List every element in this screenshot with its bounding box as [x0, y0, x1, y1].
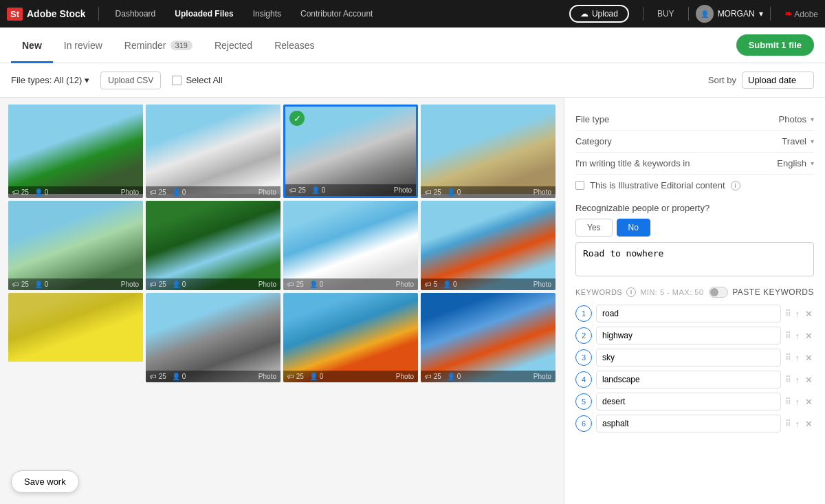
- tab-in-review[interactable]: In review: [53, 28, 113, 63]
- tag-count: 🏷 25: [289, 186, 306, 194]
- nav-divider-2: [643, 7, 644, 21]
- list-item[interactable]: 🏷 25 👤 0 Photo: [8, 105, 143, 198]
- image-thumbnail: [146, 105, 280, 194]
- title-section: Road to nowhere: [575, 242, 814, 278]
- keyword-input-2[interactable]: [596, 327, 781, 344]
- drag-handle-icon[interactable]: ⠿: [785, 309, 791, 318]
- keyword-arrow-up-icon[interactable]: ↑: [794, 307, 802, 320]
- tab-reminder[interactable]: Reminder 319: [113, 28, 204, 63]
- nav-link-contributor-account[interactable]: Contributor Account: [291, 0, 382, 28]
- file-type-badge: Photo: [534, 281, 551, 288]
- select-all-checkbox[interactable]: [172, 76, 182, 85]
- tab-new[interactable]: New: [11, 28, 53, 63]
- chevron-down-icon: ▾: [85, 75, 89, 85]
- keyword-arrow-up-icon[interactable]: ↑: [794, 373, 802, 386]
- writing-value[interactable]: English ▾: [777, 158, 814, 168]
- tag-count: 🏷 5: [425, 281, 437, 288]
- list-item[interactable]: 🏷 25 👤 0 Photo: [8, 201, 143, 290]
- keyword-row: 5 ⠿ ↑ ✕: [575, 393, 814, 410]
- save-work-button[interactable]: Save work: [11, 470, 79, 493]
- submit-button[interactable]: Submit 1 file: [736, 34, 814, 56]
- nav-link-uploaded-files[interactable]: Uploaded Files: [165, 0, 243, 28]
- yes-button[interactable]: Yes: [575, 219, 613, 237]
- keyword-close-icon[interactable]: ✕: [804, 417, 814, 430]
- nav-link-dashboard[interactable]: Dashboard: [106, 0, 166, 28]
- people-count: 👤 0: [309, 373, 323, 380]
- adobe-logo: ❧ Adobe: [784, 8, 818, 19]
- buy-link[interactable]: BUY: [650, 9, 681, 19]
- file-type-label: File types: All (12): [11, 75, 82, 85]
- main-layout: 🏷 25 👤 0 Photo 🏷 25 👤 0 Photo ✓ 🏷 25: [0, 98, 825, 504]
- list-item[interactable]: 🏷 25 👤 0 Photo: [283, 293, 418, 382]
- user-menu[interactable]: 👤 MORGAN ▾: [696, 5, 763, 23]
- list-item[interactable]: 🏷 25 👤 0 Photo: [146, 105, 280, 198]
- upload-csv-button[interactable]: Upload CSV: [100, 72, 161, 89]
- editorial-checkbox[interactable]: [575, 181, 584, 190]
- sort-select[interactable]: Upload date: [742, 72, 814, 89]
- keyword-arrow-up-icon[interactable]: ↑: [794, 329, 802, 342]
- image-grid-container: 🏷 25 👤 0 Photo 🏷 25 👤 0 Photo ✓ 🏷 25: [0, 98, 564, 504]
- list-item[interactable]: 🏷 25 👤 0 Photo: [421, 293, 556, 382]
- drag-handle-icon[interactable]: ⠿: [785, 419, 791, 428]
- nav-link-insights[interactable]: Insights: [243, 0, 291, 28]
- keyword-input-4[interactable]: [596, 371, 781, 388]
- file-type-badge: Photo: [258, 188, 276, 196]
- list-item[interactable]: 🏷 25 👤 0 Photo: [146, 293, 280, 382]
- drag-handle-icon[interactable]: ⠿: [785, 353, 791, 362]
- list-item[interactable]: 🏷 25 👤 0 Photo: [283, 201, 418, 290]
- keyword-row: 2 ⠿ ↑ ✕: [575, 327, 814, 344]
- keyword-input-3[interactable]: [596, 349, 781, 366]
- file-type-filter[interactable]: File types: All (12) ▾: [11, 75, 89, 85]
- sort-select-wrapper[interactable]: Upload date: [742, 72, 814, 89]
- drag-handle-icon[interactable]: ⠿: [785, 331, 791, 340]
- keyword-input-5[interactable]: [596, 393, 781, 410]
- no-button[interactable]: No: [617, 219, 650, 237]
- list-item[interactable]: 🏷 25 👤 0 Photo: [146, 201, 280, 290]
- drag-handle-icon[interactable]: ⠿: [785, 375, 791, 384]
- drag-handle-icon[interactable]: ⠿: [785, 397, 791, 406]
- keywords-info-icon[interactable]: i: [626, 287, 636, 297]
- keyword-close-icon[interactable]: ✕: [804, 329, 814, 342]
- info-icon[interactable]: i: [731, 181, 740, 190]
- file-type-badge: Photo: [396, 373, 414, 380]
- tab-rejected[interactable]: Rejected: [204, 28, 263, 63]
- list-item[interactable]: [8, 293, 143, 382]
- people-count: 👤 0: [172, 373, 186, 380]
- file-type-value[interactable]: Photos ▾: [779, 114, 814, 124]
- keyword-actions: ⠿ ↑ ✕: [785, 395, 815, 408]
- keyword-close-icon[interactable]: ✕: [804, 351, 814, 364]
- list-item[interactable]: 🏷 5 👤 0 Photo: [421, 201, 556, 290]
- tab-releases[interactable]: Releases: [263, 28, 325, 63]
- keyword-arrow-up-icon[interactable]: ↑: [794, 417, 802, 430]
- people-count: 👤 0: [34, 188, 48, 196]
- image-overlay: 🏷 25 👤 0 Photo: [285, 184, 416, 196]
- keyword-close-icon[interactable]: ✕: [804, 307, 814, 320]
- tag-count: 🏷 25: [425, 188, 441, 196]
- file-type-badge: Photo: [258, 281, 276, 288]
- image-thumbnail: [8, 105, 143, 194]
- select-all-label[interactable]: Select All: [172, 75, 222, 85]
- file-type-badge: Photo: [258, 373, 276, 380]
- category-value[interactable]: Travel ▾: [782, 136, 814, 146]
- image-overlay: 🏷 25 👤 0 Photo: [146, 371, 280, 382]
- image-overlay: 🏷 25 👤 0 Photo: [283, 371, 418, 382]
- category-row: Category Travel ▾: [575, 131, 814, 153]
- keyword-input-1[interactable]: [596, 305, 781, 322]
- keyword-close-icon[interactable]: ✕: [804, 373, 814, 386]
- title-input[interactable]: Road to nowhere: [575, 242, 814, 276]
- toggle-switch[interactable]: [709, 287, 728, 298]
- image-thumbnail: [8, 201, 143, 290]
- tag-count: 🏷 25: [150, 188, 166, 196]
- reminder-badge: 319: [170, 41, 192, 50]
- keyword-close-icon[interactable]: ✕: [804, 395, 814, 408]
- keyword-actions: ⠿ ↑ ✕: [785, 351, 815, 364]
- upload-button[interactable]: ☁ Upload: [569, 5, 629, 23]
- keyword-arrow-up-icon[interactable]: ↑: [794, 351, 802, 364]
- keyword-arrow-up-icon[interactable]: ↑: [794, 395, 802, 408]
- list-item[interactable]: ✓ 🏷 25 👤 0 Photo: [283, 105, 418, 198]
- keyword-input-6[interactable]: [596, 415, 781, 432]
- paste-keywords-toggle[interactable]: Paste Keywords: [709, 287, 814, 298]
- tag-count: 🏷 25: [12, 188, 29, 196]
- image-overlay: 🏷 25 👤 0 Photo: [146, 278, 280, 290]
- list-item[interactable]: 🏷 25 👤 0 Photo: [421, 105, 556, 198]
